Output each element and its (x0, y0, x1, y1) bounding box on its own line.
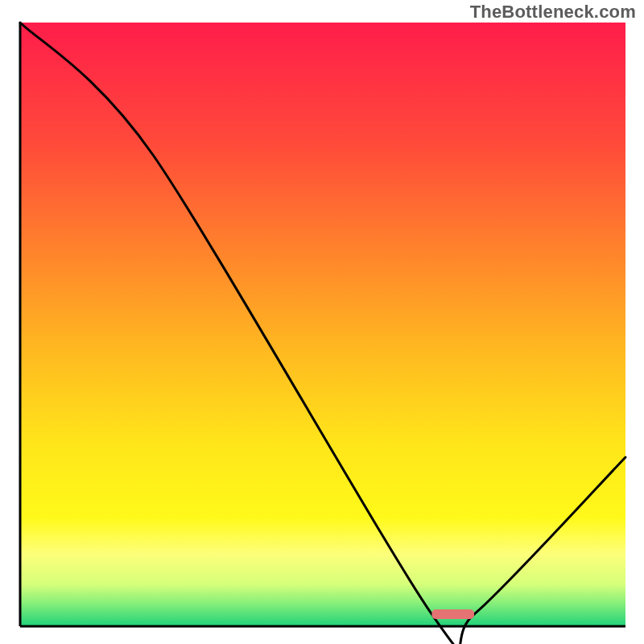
chart-frame: TheBottleneck.com (0, 0, 644, 644)
watermark-text: TheBottleneck.com (470, 2, 636, 23)
plot-area (20, 23, 625, 626)
optimal-range-marker (431, 609, 474, 619)
bottleneck-chart (0, 0, 644, 644)
